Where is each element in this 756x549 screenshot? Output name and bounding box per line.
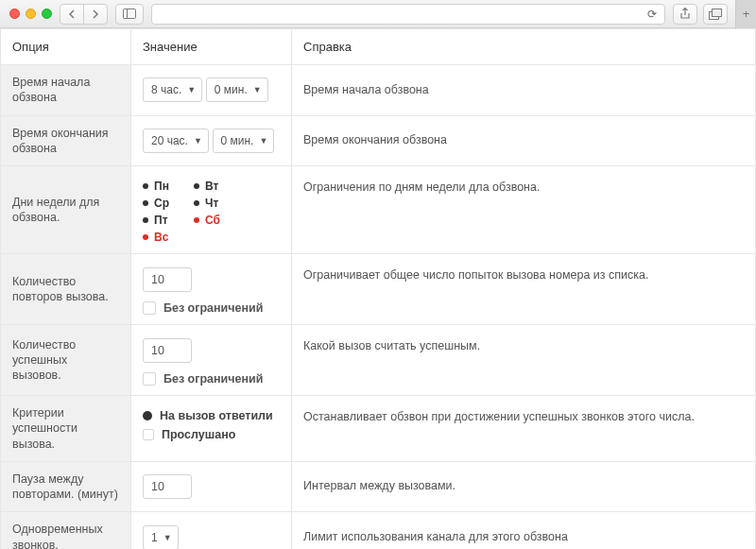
success-unlimited-label: Без ограничений: [163, 372, 263, 386]
end-hour-select[interactable]: 20 час.▼: [143, 129, 209, 153]
help-dow: Ограничения по дням недели дла обзвона.: [292, 166, 756, 254]
start-hour-select[interactable]: 8 час.▼: [143, 77, 202, 102]
row-retries: Количество повторов вызова. Без ограниче…: [1, 254, 756, 325]
dow-sun[interactable]: Вс: [143, 231, 180, 244]
concurrent-select[interactable]: 1▼: [143, 525, 179, 550]
nav-buttons: [60, 4, 108, 25]
help-concurrent: Лимит использования канала для этого обз…: [292, 512, 756, 549]
label-dow: Дни недели для обзвона.: [1, 166, 131, 254]
row-success-criteria: Критерии успешности вызова. На вызов отв…: [1, 396, 756, 462]
success-count-input[interactable]: [143, 338, 192, 363]
label-pause: Пауза между повторами. (минут): [1, 461, 131, 512]
help-end-time: Время окончания обзвона: [292, 115, 756, 166]
row-start-time: Время начала обзвона 8 час.▼ 0 мин.▼ Вре…: [1, 65, 756, 116]
label-success-count: Количество успешных вызовов.: [1, 325, 131, 396]
retries-input[interactable]: [143, 267, 192, 292]
criteria-answered[interactable]: На вызов ответили: [143, 409, 280, 422]
browser-toolbar: ⟳ +: [0, 0, 756, 28]
minimize-icon[interactable]: [26, 9, 36, 19]
help-pause: Интервал между вызовами.: [292, 461, 756, 512]
svg-rect-0: [124, 9, 136, 19]
chevron-down-icon: ▼: [187, 85, 196, 94]
label-retries: Количество повторов вызова.: [1, 254, 131, 325]
address-bar[interactable]: ⟳: [151, 4, 665, 25]
table-header-row: Опция Значение Справка: [1, 29, 756, 65]
chevron-down-icon: ▼: [259, 136, 267, 146]
dow-wed[interactable]: Ср: [143, 197, 180, 210]
back-button[interactable]: [60, 4, 84, 25]
close-icon[interactable]: [9, 9, 20, 19]
start-min-select[interactable]: 0 мин.▼: [206, 77, 268, 102]
dow-sat[interactable]: Сб: [194, 214, 232, 227]
chevron-down-icon: ▼: [194, 136, 202, 146]
success-unlimited-checkbox[interactable]: [143, 372, 156, 386]
label-start-time: Время начала обзвона: [1, 65, 131, 116]
header-help: Справка: [292, 29, 756, 65]
chevron-down-icon: ▼: [253, 85, 262, 94]
retries-unlimited-label: Без ограничений: [163, 301, 263, 315]
label-success-criteria: Критерии успешности вызова.: [1, 396, 131, 462]
row-end-time: Время окончания обзвона 20 час.▼ 0 мин.▼…: [1, 115, 756, 166]
maximize-icon[interactable]: [42, 9, 52, 19]
row-success-count: Количество успешных вызовов. Без огранич…: [1, 325, 756, 396]
forward-button[interactable]: [83, 4, 108, 25]
pause-input[interactable]: [143, 474, 192, 499]
dow-fri[interactable]: Пт: [143, 214, 180, 227]
row-pause: Пауза между повторами. (минут) Интервал …: [1, 461, 756, 512]
help-start-time: Время начала обзвона: [292, 65, 756, 116]
reload-icon[interactable]: ⟳: [647, 8, 657, 21]
settings-table: Опция Значение Справка Время начала обзв…: [0, 28, 756, 549]
chevron-down-icon: ▼: [163, 533, 172, 542]
dow-thu[interactable]: Чт: [194, 197, 232, 210]
retries-unlimited-checkbox[interactable]: [143, 301, 156, 315]
label-end-time: Время окончания обзвона: [1, 115, 131, 166]
radio-unselected-icon: [143, 429, 154, 440]
new-tab-button[interactable]: +: [735, 0, 756, 28]
help-success-criteria: Останавливает обзвон при достижении успе…: [292, 396, 756, 462]
sidebar-button[interactable]: [115, 4, 144, 25]
label-concurrent: Одновременных звонков.: [1, 512, 131, 549]
criteria-listened[interactable]: Прослушано: [143, 428, 280, 441]
svg-rect-3: [713, 9, 722, 16]
radio-selected-icon: [143, 411, 152, 420]
help-success-count: Какой вызов считать успешным.: [292, 325, 756, 396]
dow-tue[interactable]: Вт: [194, 180, 232, 193]
dow-mon[interactable]: Пн: [143, 180, 180, 193]
header-value: Значение: [131, 29, 292, 65]
row-concurrent: Одновременных звонков. 1▼ Лимит использо…: [1, 512, 756, 549]
end-min-select[interactable]: 0 мин.▼: [213, 129, 275, 153]
help-retries: Ограничивает общее число попыток вызова …: [292, 254, 756, 325]
share-button[interactable]: [673, 4, 697, 25]
window-controls: [9, 9, 52, 19]
header-option: Опция: [1, 29, 131, 65]
tabs-button[interactable]: [703, 4, 728, 25]
row-dow: Дни недели для обзвона. Пн Вт Ср Чт Пт С…: [1, 166, 756, 254]
